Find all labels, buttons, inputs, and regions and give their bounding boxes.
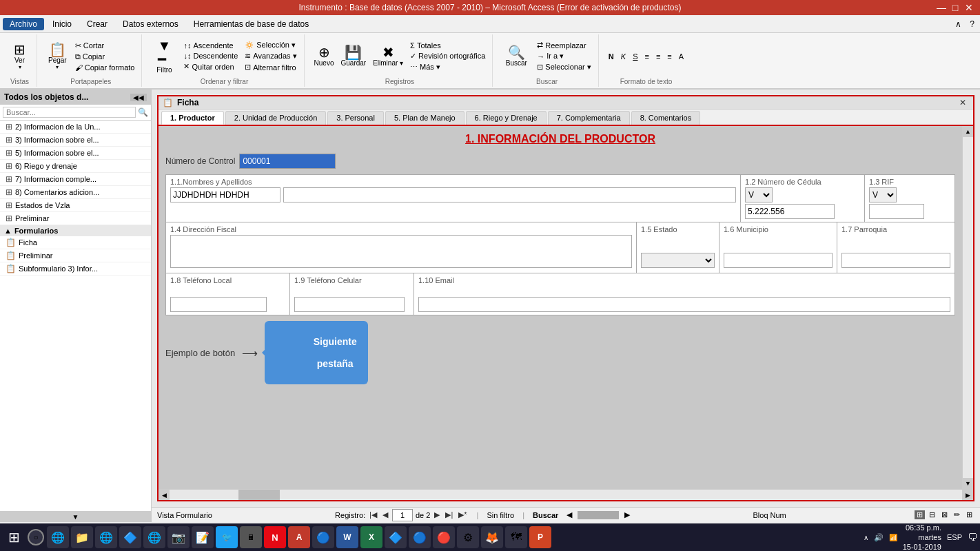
scroll-up-button[interactable]: ▲: [963, 126, 973, 137]
copiar-formato-button[interactable]: 🖌 Copiar formato: [72, 63, 138, 72]
form-close-button[interactable]: ✕: [957, 98, 969, 107]
eliminar-button[interactable]: ✖ Eliminar ▾: [370, 44, 406, 68]
taskbar-netflix[interactable]: N: [264, 526, 286, 548]
taskbar-settings[interactable]: ⚙: [457, 526, 479, 548]
revision-button[interactable]: ✓ Revisión ortográfica: [407, 51, 488, 61]
taskbar-excel[interactable]: X: [360, 526, 382, 548]
filtro-button[interactable]: ▼━ Filtro: [149, 37, 179, 75]
buscar-button[interactable]: 🔍 Buscar: [500, 44, 533, 68]
telefono-local-input[interactable]: [170, 297, 267, 312]
notification-icon[interactable]: 🗨: [968, 532, 977, 543]
next-record-button[interactable]: ▶: [433, 510, 441, 519]
start-button[interactable]: ⊞: [3, 526, 25, 548]
sidebar-item-estados[interactable]: ⊞ Estados de Vzla: [0, 199, 151, 212]
cedula-input[interactable]: [745, 204, 835, 219]
taskbar-firefox[interactable]: 🦊: [481, 526, 503, 548]
quitar-orden-button[interactable]: ✕ Quitar orden: [181, 61, 241, 72]
rif-prefix-select[interactable]: V J: [869, 187, 897, 202]
negrita-button[interactable]: N: [606, 52, 617, 61]
taskbar-app4[interactable]: 🔷: [385, 526, 407, 548]
estado-select[interactable]: [641, 253, 715, 268]
ir-a-button[interactable]: → Ir a ▾: [534, 51, 594, 61]
guardar-button[interactable]: 💾 Guardar: [338, 44, 369, 68]
control-number-input[interactable]: [239, 154, 336, 169]
taskbar-cortana[interactable]: ○: [28, 529, 44, 545]
network-icon[interactable]: 📶: [889, 534, 897, 541]
nuevo-button[interactable]: ⊕ Nuevo: [312, 44, 337, 68]
municipio-input[interactable]: [724, 253, 833, 268]
sidebar-item-info-sobre1[interactable]: ⊞ 3) Informacion sobre el...: [0, 134, 151, 147]
descendente-button[interactable]: ↓↕ Descendente: [181, 51, 241, 61]
first-record-button[interactable]: |◀: [368, 510, 378, 519]
taskbar-app3[interactable]: 🔵: [312, 526, 334, 548]
ver-button[interactable]: ⊞ Ver ▾: [8, 41, 32, 72]
parroquia-input[interactable]: [841, 253, 950, 268]
maximize-button[interactable]: □: [950, 2, 961, 13]
tab-riego-drenaje[interactable]: 6. Riego y Drenaje: [466, 111, 547, 125]
cortar-button[interactable]: ✂ Cortar: [72, 41, 138, 51]
sidebar-search-input[interactable]: [3, 107, 136, 118]
menu-archivo[interactable]: Archivo: [3, 18, 44, 30]
taskbar-powerpoint[interactable]: P: [529, 526, 551, 548]
email-input[interactable]: [418, 297, 950, 312]
cursiva-button[interactable]: K: [618, 52, 629, 61]
system-clock[interactable]: 06:35 p.m. martes 15-01-2019: [903, 523, 941, 551]
sidebar-item-info-sobre2[interactable]: ⊞ 5) Informacion sobre el...: [0, 147, 151, 160]
scroll-thumb[interactable]: [238, 490, 280, 500]
subrayado-button[interactable]: S: [630, 52, 640, 61]
taskbar-edge[interactable]: 🌐: [47, 526, 69, 548]
seleccion-button[interactable]: 🔅 Selección ▾: [242, 40, 299, 50]
name-input-1[interactable]: [170, 187, 280, 202]
form-view-icon[interactable]: ⊞: [915, 510, 925, 519]
taskbar-maps[interactable]: 🗺: [505, 526, 527, 548]
align-left-button[interactable]: ≡: [642, 52, 651, 61]
mas-button[interactable]: ⋯ Más ▾: [407, 62, 488, 72]
menu-herramientas[interactable]: Herramientas de base de datos: [187, 18, 316, 30]
tab-plan-manejo[interactable]: 5. Plan de Manejo: [385, 111, 465, 125]
taskbar-explorer[interactable]: 📁: [71, 526, 93, 548]
taskbar-word[interactable]: W: [336, 526, 358, 548]
datasheet-view-icon[interactable]: ⊟: [927, 510, 937, 519]
ribbon-collapse[interactable]: ∧: [952, 19, 964, 29]
menu-crear[interactable]: Crear: [80, 18, 114, 30]
telefono-celular-input[interactable]: [294, 297, 405, 312]
search-label[interactable]: Buscar: [533, 511, 558, 519]
taskbar-calc[interactable]: 🖩: [240, 526, 262, 548]
align-right-button[interactable]: ≡: [664, 52, 674, 61]
pegar-button[interactable]: 📋 Pegar ▾: [44, 41, 71, 72]
design-view-icon[interactable]: ✏: [952, 510, 962, 519]
next-tab-button[interactable]: Siguiente pestaña: [265, 321, 367, 384]
tray-expand[interactable]: ∧: [864, 534, 868, 541]
menu-datos-externos[interactable]: Datos externos: [116, 18, 185, 30]
taskbar-camera[interactable]: 📷: [167, 526, 190, 548]
pivot-view-icon[interactable]: ⊞: [964, 510, 974, 519]
taskbar-app5[interactable]: 🔵: [409, 526, 431, 548]
vertical-scrollbar[interactable]: ▲ ▼: [962, 126, 973, 489]
menu-inicio[interactable]: Inicio: [45, 18, 79, 30]
align-center-button[interactable]: ≡: [653, 52, 663, 61]
taskbar-app1[interactable]: 🔷: [119, 526, 141, 548]
language-indicator[interactable]: ESP: [947, 533, 962, 541]
scroll-right-button[interactable]: ▶: [962, 490, 973, 501]
minimize-button[interactable]: —: [936, 2, 947, 13]
avanzadas-button[interactable]: ≋ Avanzadas ▾: [242, 51, 299, 61]
taskbar-chrome[interactable]: 🌐: [95, 526, 117, 548]
layout-view-icon[interactable]: ⊠: [939, 510, 950, 519]
ascendente-button[interactable]: ↑↕ Ascendente: [181, 41, 241, 50]
sidebar-item-info-unidad[interactable]: ⊞ 2) Informacion de la Un...: [0, 121, 151, 134]
current-record-input[interactable]: [392, 509, 413, 521]
seleccionar-button[interactable]: ⊡ Seleccionar ▾: [534, 62, 594, 72]
tab-complementaria[interactable]: 7. Complementaria: [548, 111, 630, 125]
help-btn[interactable]: ?: [967, 19, 977, 29]
tab-comentarios[interactable]: 8. Comentarios: [631, 111, 701, 125]
totales-button[interactable]: Σ Totales: [407, 41, 488, 50]
prev-record-button[interactable]: ◀: [381, 510, 389, 519]
taskbar-twitter[interactable]: 🐦: [216, 526, 238, 548]
sidebar-scroll-down[interactable]: ▼: [0, 511, 151, 522]
taskbar-notepad[interactable]: 📝: [192, 526, 214, 548]
volume-icon[interactable]: 🔊: [874, 533, 884, 542]
tab-productor[interactable]: 1. Productor: [161, 111, 224, 125]
sidebar-item-subformulario[interactable]: 📋 Subformulario 3) Infor...: [0, 262, 151, 276]
new-record-button[interactable]: ▶*: [457, 510, 468, 519]
cedula-prefix-select[interactable]: V E J: [745, 187, 773, 202]
